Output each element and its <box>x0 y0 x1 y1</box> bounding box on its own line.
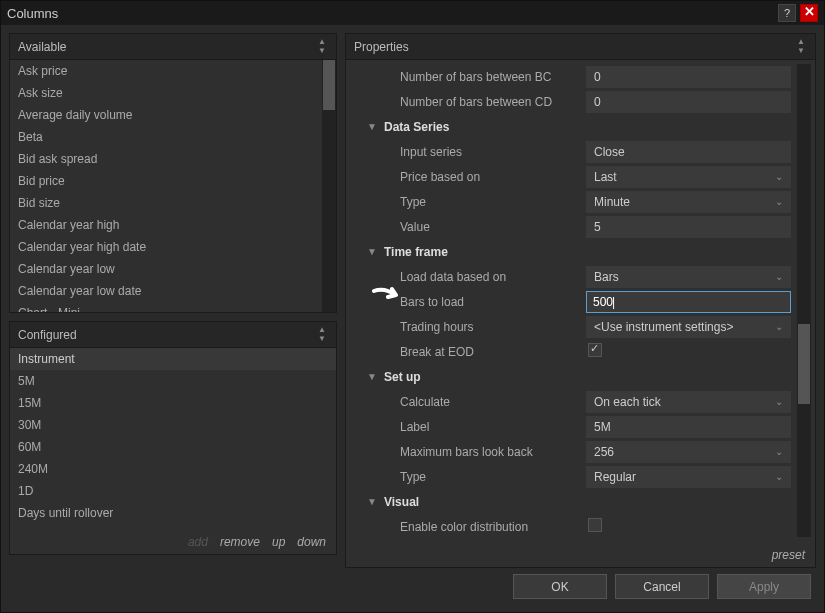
property-row: TypeMinute⌄ <box>346 189 815 214</box>
add-link[interactable]: add <box>188 535 208 549</box>
chevron-down-icon[interactable]: ▼ <box>364 246 380 257</box>
available-panel: Available ▲ ▼ Ask priceAsk sizeAverage d… <box>9 33 337 313</box>
chevron-down-icon: ⌄ <box>775 271 783 282</box>
available-item[interactable]: Beta <box>10 126 322 148</box>
remove-link[interactable]: remove <box>220 535 260 549</box>
property-label: Value <box>396 220 586 234</box>
properties-header: Properties ▲ ▼ <box>346 34 815 60</box>
chevron-down-icon[interactable]: ▼ <box>364 371 380 382</box>
configured-footer: add remove up down <box>10 530 336 554</box>
property-value-checkbox[interactable] <box>588 343 602 357</box>
property-value-select[interactable]: Regular⌄ <box>586 466 791 488</box>
chevron-down-icon: ⌄ <box>775 471 783 482</box>
configured-item[interactable]: 5M <box>10 370 336 392</box>
properties-scrollbar[interactable] <box>797 64 811 537</box>
property-value-text[interactable]: 5 <box>586 216 791 238</box>
property-label: Calculate <box>396 395 586 409</box>
property-value-text[interactable]: 5M <box>586 416 791 438</box>
group-label: Data Series <box>380 120 449 134</box>
cancel-button[interactable]: Cancel <box>615 574 709 599</box>
apply-button[interactable]: Apply <box>717 574 811 599</box>
configured-item[interactable]: Days until rollover <box>10 502 336 524</box>
property-label: Break at EOD <box>396 345 586 359</box>
property-label: Load data based on <box>396 270 586 284</box>
help-button[interactable]: ? <box>778 4 796 22</box>
up-link[interactable]: up <box>272 535 285 549</box>
property-value-select[interactable]: Last⌄ <box>586 166 791 188</box>
configured-header: Configured ▲ ▼ <box>10 322 336 348</box>
property-value-select[interactable]: On each tick⌄ <box>586 391 791 413</box>
property-group: ▼Data Series <box>346 114 815 139</box>
down-link[interactable]: down <box>297 535 326 549</box>
property-value-checkbox[interactable] <box>588 518 602 532</box>
chevron-down-icon[interactable]: ▼ <box>364 496 380 507</box>
property-value-select[interactable]: Bars⌄ <box>586 266 791 288</box>
ok-button[interactable]: OK <box>513 574 607 599</box>
configured-item[interactable]: 240M <box>10 458 336 480</box>
configured-item[interactable]: 15M <box>10 392 336 414</box>
configured-scroll-down-icon[interactable]: ▼ <box>316 335 328 344</box>
available-item[interactable]: Ask price <box>10 60 322 82</box>
available-scroll-down-icon[interactable]: ▼ <box>316 47 328 56</box>
available-item[interactable]: Calendar year low date <box>10 280 322 302</box>
property-value-select[interactable]: 256⌄ <box>586 441 791 463</box>
property-value-select[interactable]: Minute⌄ <box>586 191 791 213</box>
available-item[interactable]: Bid price <box>10 170 322 192</box>
properties-panel: Properties ▲ ▼ Number of bars between BC… <box>345 33 816 568</box>
properties-scroll-down-icon[interactable]: ▼ <box>795 47 807 56</box>
group-label: Time frame <box>380 245 448 259</box>
available-item[interactable]: Chart - Mini <box>10 302 322 312</box>
property-row: TypeRegular⌄ <box>346 464 815 489</box>
configured-item[interactable]: 1D <box>10 480 336 502</box>
available-header: Available ▲ ▼ <box>10 34 336 60</box>
properties-header-label: Properties <box>354 40 409 54</box>
property-row: Maximum bars look back256⌄ <box>346 439 815 464</box>
titlebar: Columns ? ✕ <box>1 1 824 25</box>
property-value-input[interactable]: 500| <box>586 291 791 313</box>
property-value-text[interactable]: 0 <box>586 91 791 113</box>
available-scrollbar-thumb[interactable] <box>323 60 335 110</box>
property-value-text[interactable]: 0 <box>586 66 791 88</box>
property-label: Price based on <box>396 170 586 184</box>
available-scrollbar[interactable] <box>322 60 336 312</box>
configured-panel: Configured ▲ ▼ Instrument 5M15M30M60M240… <box>9 321 337 555</box>
available-item[interactable]: Ask size <box>10 82 322 104</box>
chevron-down-icon: ⌄ <box>775 396 783 407</box>
property-label: Type <box>396 470 586 484</box>
property-row: Input seriesClose <box>346 139 815 164</box>
chevron-down-icon[interactable]: ▼ <box>364 121 380 132</box>
property-value-text[interactable]: Close <box>586 141 791 163</box>
properties-footer: preset <box>346 543 815 567</box>
configured-instrument-row[interactable]: Instrument <box>10 348 336 370</box>
configured-item[interactable]: 30M <box>10 414 336 436</box>
available-item[interactable]: Average daily volume <box>10 104 322 126</box>
available-item[interactable]: Calendar year low <box>10 258 322 280</box>
property-row: Label5M <box>346 414 815 439</box>
chevron-down-icon: ⌄ <box>775 171 783 182</box>
columns-dialog: Columns ? ✕ Available ▲ ▼ Ask priceAsk s… <box>0 0 825 613</box>
close-button[interactable]: ✕ <box>800 4 818 22</box>
property-row: CalculateOn each tick⌄ <box>346 389 815 414</box>
available-item[interactable]: Calendar year high <box>10 214 322 236</box>
preset-link[interactable]: preset <box>772 548 805 562</box>
window-title: Columns <box>7 6 58 21</box>
property-row: Load data based onBars⌄ <box>346 264 815 289</box>
group-label: Visual <box>380 495 419 509</box>
configured-header-label: Configured <box>18 328 77 342</box>
available-item[interactable]: Bid size <box>10 192 322 214</box>
available-item[interactable]: Bid ask spread <box>10 148 322 170</box>
property-value-select[interactable]: <Use instrument settings>⌄ <box>586 316 791 338</box>
property-row: Trading hours<Use instrument settings>⌄ <box>346 314 815 339</box>
configured-item[interactable]: 60M <box>10 436 336 458</box>
property-row: Number of bars between CD0 <box>346 89 815 114</box>
property-row: Break at EOD <box>346 339 815 364</box>
property-row: Price based onLast⌄ <box>346 164 815 189</box>
property-label: Maximum bars look back <box>396 445 586 459</box>
chevron-down-icon: ⌄ <box>775 321 783 332</box>
available-item[interactable]: Calendar year high date <box>10 236 322 258</box>
property-row: Enable color distribution <box>346 514 815 539</box>
property-row: Value5 <box>346 214 815 239</box>
group-label: Set up <box>380 370 421 384</box>
property-label: Input series <box>396 145 586 159</box>
properties-scrollbar-thumb[interactable] <box>798 324 810 404</box>
